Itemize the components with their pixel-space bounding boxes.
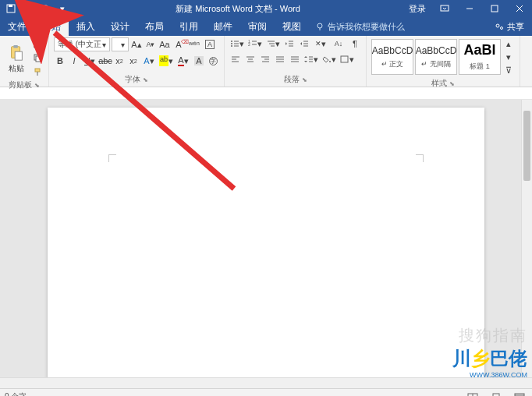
font-size-combo[interactable]: ▾ xyxy=(112,37,129,51)
strike-button[interactable]: abc xyxy=(99,55,112,67)
view-read-mode[interactable] xyxy=(465,391,481,397)
multilevel-list-button[interactable]: ▾ xyxy=(265,37,281,50)
undo-button[interactable] xyxy=(20,2,36,16)
tab-design[interactable]: 设计 xyxy=(103,17,137,36)
horizontal-scrollbar[interactable] xyxy=(0,377,532,388)
styles-more[interactable]: ⊽ xyxy=(502,64,515,76)
paragraph-launcher[interactable]: ⬊ xyxy=(302,76,307,83)
page[interactable] xyxy=(48,108,484,377)
superscript-button[interactable]: x2 xyxy=(127,55,140,67)
clear-formatting-button[interactable]: A⌫ xyxy=(172,38,185,51)
style-normal[interactable]: AaBbCcD ↵ 正文 xyxy=(371,39,413,75)
tab-view[interactable]: 视图 xyxy=(275,17,309,36)
borders-button[interactable]: ▾ xyxy=(339,53,355,65)
styles-launcher[interactable]: ⬊ xyxy=(449,80,455,87)
align-justify-button[interactable] xyxy=(274,53,286,65)
scrollbar-thumb[interactable] xyxy=(523,111,530,181)
save-button[interactable] xyxy=(3,2,19,16)
share-button[interactable]: 共享 xyxy=(487,17,532,36)
align-left-button[interactable] xyxy=(229,53,242,65)
shrink-font-button[interactable]: A▾ xyxy=(144,38,157,51)
redo-button[interactable] xyxy=(37,2,53,16)
style-heading1[interactable]: AaBl 标题 1 xyxy=(459,39,501,75)
line-spacing-button[interactable]: ▾ xyxy=(303,53,319,65)
document-workspace xyxy=(0,100,532,377)
close-button[interactable] xyxy=(507,0,532,17)
tab-references[interactable]: 引用 xyxy=(172,17,206,36)
align-left-icon xyxy=(231,55,240,63)
tab-home[interactable]: 开始 xyxy=(34,17,69,36)
char-border-button[interactable]: A xyxy=(204,38,216,51)
tab-file[interactable]: 文件 xyxy=(0,17,34,36)
login-link[interactable]: 登录 xyxy=(403,3,432,15)
copy-button[interactable] xyxy=(31,51,44,64)
paste-icon xyxy=(8,44,25,62)
paste-label: 粘贴 xyxy=(9,63,24,74)
char-shading-button[interactable]: A xyxy=(193,55,205,67)
styles-label: 样式 xyxy=(431,78,447,89)
subscript-button[interactable]: x2 xyxy=(113,55,126,67)
tab-layout[interactable]: 布局 xyxy=(137,17,172,36)
window-controls xyxy=(432,0,532,17)
ribbon-tabs: 文件 开始 插入 设计 布局 引用 邮件 审阅 视图 告诉我你想要做什么 共享 xyxy=(0,17,532,36)
format-painter-button[interactable] xyxy=(31,65,44,78)
svg-point-14 xyxy=(34,46,37,48)
group-font: 等线 (中文正▾ ▾ A▴ A▾ Aa A⌫ wén A B I U ▾ abc… xyxy=(49,36,225,87)
cut-button[interactable] xyxy=(31,37,44,50)
paste-button[interactable]: 粘贴 xyxy=(5,41,28,74)
svg-point-22 xyxy=(231,43,232,44)
maximize-button[interactable] xyxy=(482,0,507,17)
style-no-spacing[interactable]: AaBbCcD ↵ 无间隔 xyxy=(415,39,457,75)
bold-button[interactable]: B xyxy=(54,55,66,67)
numbering-button[interactable]: 12▾ xyxy=(247,37,263,50)
share-icon xyxy=(495,22,504,31)
view-web-layout[interactable] xyxy=(512,391,527,397)
align-right-button[interactable] xyxy=(259,53,271,65)
text-effects-button[interactable]: A▾ xyxy=(141,55,157,67)
brush-icon xyxy=(33,67,42,76)
style-heading1-label: 标题 1 xyxy=(470,62,490,72)
tab-mailings[interactable]: 邮件 xyxy=(206,17,240,36)
tab-review[interactable]: 审阅 xyxy=(240,17,275,36)
shading-button[interactable]: ▾ xyxy=(321,53,337,65)
minimize-button[interactable] xyxy=(457,0,482,17)
underline-button[interactable]: U ▾ xyxy=(82,55,98,67)
grow-font-button[interactable]: A▴ xyxy=(130,38,143,51)
show-marks-button[interactable]: ¶ xyxy=(349,37,361,50)
share-label: 共享 xyxy=(507,21,524,33)
styles-row-down[interactable]: ▾ xyxy=(502,51,515,63)
enclose-char-button[interactable]: 字 xyxy=(207,55,219,67)
svg-rect-18 xyxy=(35,69,40,72)
bullets-button[interactable]: ▾ xyxy=(229,37,245,50)
ribbon: 粘贴 剪贴板⬊ 等线 (中文正▾ ▾ A▴ A▾ Aa A⌫ wén A B xyxy=(0,36,532,87)
vertical-scrollbar[interactable] xyxy=(521,100,532,377)
tab-insert[interactable]: 插入 xyxy=(69,17,103,36)
clipboard-launcher[interactable]: ⬊ xyxy=(34,82,40,89)
font-name-combo[interactable]: 等线 (中文正▾ xyxy=(54,37,110,51)
view-print-layout[interactable] xyxy=(488,391,504,397)
word-count[interactable]: 0 个字 xyxy=(5,391,27,397)
font-launcher[interactable]: ⬊ xyxy=(143,76,148,83)
align-distributed-button[interactable] xyxy=(289,53,301,65)
bucket-icon xyxy=(322,55,332,63)
sort-button[interactable]: A↓ xyxy=(331,37,346,50)
change-case-button[interactable]: Aa xyxy=(158,38,171,51)
styles-row-up[interactable]: ▴ xyxy=(502,37,515,50)
align-center-button[interactable] xyxy=(244,53,257,65)
svg-point-9 xyxy=(496,24,499,27)
document-title: 新建 Microsoft Word 文档 - Word xyxy=(73,3,403,15)
font-color-button[interactable]: A▾ xyxy=(176,55,191,67)
asian-layout-button[interactable]: ✕▾ xyxy=(313,37,328,50)
qat-customize-button[interactable]: ▾ xyxy=(55,2,70,16)
highlight-button[interactable]: ab▾ xyxy=(158,55,174,67)
font-label: 字体 xyxy=(125,74,140,85)
increase-indent-button[interactable] xyxy=(298,37,310,50)
decrease-indent-button[interactable] xyxy=(283,37,296,50)
style-normal-label: ↵ 正文 xyxy=(381,59,404,69)
italic-button[interactable]: I xyxy=(68,55,80,67)
svg-text:2: 2 xyxy=(248,42,250,47)
multilevel-icon xyxy=(266,40,275,48)
ribbon-options-button[interactable] xyxy=(432,0,457,17)
style-nospacing-label: ↵ 无间隔 xyxy=(421,59,451,69)
tell-me-search[interactable]: 告诉我你想要做什么 xyxy=(309,17,411,36)
